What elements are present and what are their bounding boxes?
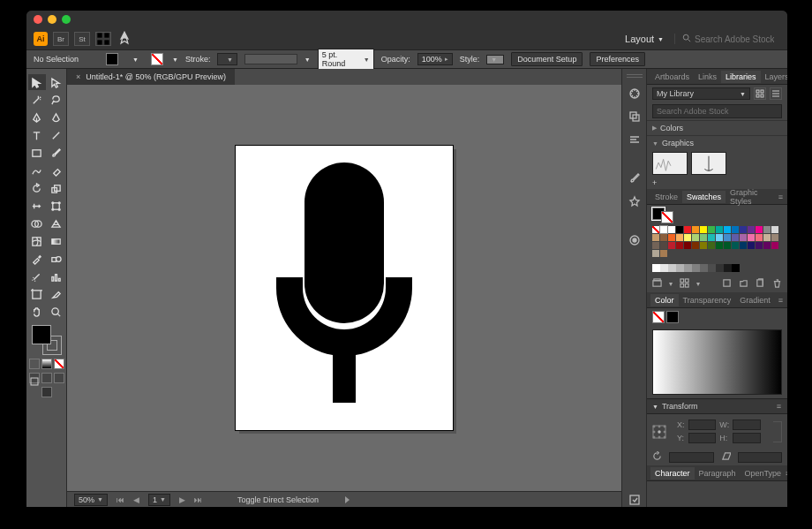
mesh-tool[interactable] (28, 233, 46, 249)
list-view-button[interactable] (770, 87, 782, 100)
screen-mode-button[interactable] (41, 387, 52, 397)
transform-h-input[interactable] (733, 433, 761, 443)
swatch[interactable] (660, 242, 667, 249)
swatch[interactable] (748, 234, 755, 241)
slice-tool[interactable] (48, 286, 65, 302)
canvas[interactable] (67, 85, 621, 491)
panel-menu-icon[interactable]: ≡ (777, 402, 782, 411)
tab-character[interactable]: Character (650, 467, 695, 480)
gray-swatch[interactable] (732, 264, 740, 272)
swatch[interactable] (652, 234, 659, 241)
artboard-tool[interactable] (28, 286, 46, 302)
arrange-documents-button[interactable] (95, 32, 111, 46)
chevron-down-icon[interactable]: ▼ (172, 57, 178, 63)
transform-panel-header[interactable]: ▼Transform ≡ (647, 398, 787, 414)
zoom-dropdown[interactable]: 50%▼ (74, 494, 108, 506)
fill-stroke-mini[interactable] (106, 53, 125, 65)
swatch[interactable] (763, 226, 771, 233)
transform-x-input[interactable] (688, 419, 717, 430)
tab-color[interactable]: Color (650, 294, 679, 306)
stroke-swatch-mini[interactable] (146, 53, 165, 65)
panel-menu-icon[interactable]: ≡ (778, 296, 784, 305)
shear-input[interactable] (738, 452, 783, 463)
tab-gradient[interactable]: Gradient (735, 294, 775, 306)
tab-links[interactable]: Links (694, 71, 721, 83)
asset-export-panel-icon[interactable] (628, 493, 642, 507)
color-mode-button[interactable] (29, 359, 40, 369)
swatch[interactable] (716, 242, 723, 249)
swatch[interactable] (732, 242, 739, 249)
width-tool[interactable] (28, 198, 46, 214)
stock-button[interactable]: St (74, 32, 90, 46)
artboard-prev-icon[interactable]: ◀ (133, 495, 139, 504)
panel-menu-icon[interactable]: ≡ (778, 193, 784, 201)
workspace-switcher[interactable]: Layout ▼ (620, 32, 669, 46)
tab-stroke[interactable]: Stroke (650, 191, 682, 203)
style-dropdown[interactable]: ▼ (486, 55, 504, 64)
swatch[interactable] (668, 242, 675, 249)
brush-preset-dropdown[interactable]: 5 pt. Round▼ (318, 49, 374, 70)
swatch[interactable] (771, 234, 778, 241)
document-tab[interactable]: × Untitled-1* @ 50% (RGB/GPU Preview) (67, 69, 235, 85)
tab-graphic-styles[interactable]: Graphic Styles (726, 186, 778, 208)
rectangle-tool[interactable] (28, 145, 46, 161)
brushes-panel-icon[interactable] (628, 171, 642, 185)
align-panel-icon[interactable] (628, 132, 642, 147)
swatch[interactable] (660, 234, 667, 241)
swatch[interactable] (740, 234, 747, 241)
swatch-none[interactable] (652, 226, 659, 233)
panel-menu-icon[interactable]: ≡ (786, 469, 787, 478)
close-window-button[interactable] (34, 15, 42, 24)
artboard-nav-dropdown[interactable]: 1▼ (148, 494, 170, 506)
color-spectrum[interactable] (652, 329, 782, 395)
symbols-panel-icon[interactable] (628, 194, 642, 208)
artboard[interactable] (236, 146, 453, 430)
swatch-registration[interactable] (660, 226, 667, 233)
swatch[interactable] (692, 234, 699, 241)
gray-swatch[interactable] (692, 264, 700, 272)
scale-tool[interactable] (48, 180, 65, 196)
swatch[interactable] (668, 234, 675, 241)
swatch[interactable] (684, 242, 691, 249)
swatch[interactable] (676, 226, 683, 233)
swatch[interactable] (716, 234, 723, 241)
free-transform-tool[interactable] (48, 198, 65, 214)
shape-builder-tool[interactable] (28, 215, 46, 231)
swatch[interactable] (748, 226, 755, 233)
swatch-stroke-indicator[interactable] (661, 211, 673, 223)
swatch[interactable] (660, 250, 667, 257)
swatch[interactable] (700, 226, 707, 233)
swatch[interactable] (676, 242, 683, 249)
swatch[interactable] (724, 234, 731, 241)
reference-point-icon[interactable] (652, 425, 666, 439)
gray-swatch[interactable] (652, 264, 660, 272)
swatch[interactable] (708, 234, 715, 241)
transform-y-input[interactable] (688, 433, 717, 443)
swatch[interactable] (668, 226, 675, 233)
stroke-weight-dropdown[interactable]: ▼ (217, 53, 237, 65)
line-tool[interactable] (48, 127, 65, 143)
direct-selection-tool[interactable] (48, 74, 65, 90)
swatch[interactable] (740, 242, 747, 249)
blend-tool[interactable] (48, 251, 65, 267)
magic-wand-tool[interactable] (28, 92, 46, 108)
color-fill-indicator[interactable] (652, 311, 665, 323)
tab-transparency[interactable]: Transparency (679, 294, 736, 306)
swatch-libraries-icon[interactable] (652, 278, 662, 290)
swatch[interactable] (732, 234, 739, 241)
rotate-tool[interactable] (28, 180, 46, 196)
status-flyout-icon[interactable] (345, 496, 350, 503)
color-stroke-indicator[interactable] (666, 311, 679, 323)
new-color-group-icon[interactable] (739, 278, 748, 290)
symbol-sprayer-tool[interactable] (28, 268, 46, 284)
stock-search-input[interactable] (695, 34, 774, 44)
swatch[interactable] (676, 234, 683, 241)
library-dropdown[interactable]: My Library▼ (652, 87, 750, 100)
tab-swatches[interactable]: Swatches (682, 191, 726, 203)
none-mode-button[interactable] (54, 359, 64, 369)
swatch[interactable] (724, 242, 731, 249)
swatch[interactable] (652, 250, 659, 257)
gradient-mode-button[interactable] (41, 359, 52, 369)
eyedropper-tool[interactable] (28, 251, 46, 267)
gray-swatch[interactable] (700, 264, 708, 272)
